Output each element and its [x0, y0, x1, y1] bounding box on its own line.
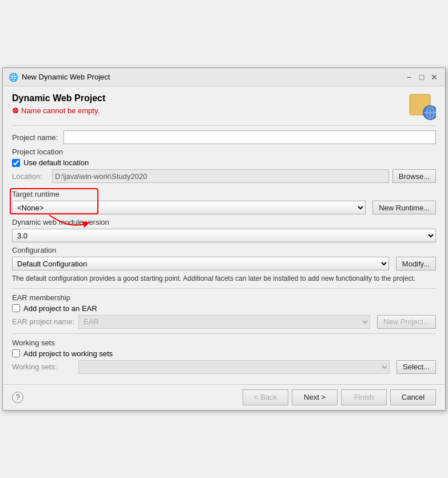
use-default-location-text[interactable]: Use default location — [23, 158, 89, 167]
close-button[interactable]: ✕ — [429, 72, 439, 82]
target-runtime-section: Target runtime <None> New Runtime... — [12, 186, 436, 214]
error-icon: ⊗ — [12, 106, 19, 115]
add-to-ear-row: Add project to an EAR — [12, 304, 436, 313]
configuration-row: Default Configuration Modify... — [12, 257, 436, 270]
title-bar-text: New Dynamic Web Project — [22, 73, 110, 81]
header-divider — [12, 125, 436, 126]
title-bar: 🌐 New Dynamic Web Project − □ ✕ — [3, 68, 445, 86]
add-to-ear-text[interactable]: Add project to an EAR — [23, 304, 97, 313]
finish-button[interactable]: Finish — [341, 389, 387, 405]
minimize-button[interactable]: − — [404, 72, 414, 82]
use-default-location-checkbox[interactable] — [12, 159, 20, 167]
project-name-input[interactable] — [64, 130, 436, 144]
header-icon — [409, 93, 436, 121]
dynamic-web-module-dropdown[interactable]: 3.0 2.5 2.4 2.3 — [12, 229, 436, 242]
working-sets-section: Working sets Add project to working sets… — [12, 338, 436, 374]
ear-membership-section: EAR membership Add project to an EAR EAR… — [12, 293, 436, 329]
select-working-sets-button[interactable]: Select... — [397, 360, 436, 374]
project-name-label: Project name: — [12, 133, 64, 142]
new-project-button[interactable]: New Project... — [377, 315, 436, 329]
dialog-title: Dynamic Web Project — [12, 93, 409, 103]
dialog: 🌐 New Dynamic Web Project − □ ✕ Dynamic … — [2, 67, 446, 411]
location-input[interactable] — [52, 169, 389, 183]
maximize-button[interactable]: □ — [417, 72, 427, 82]
new-runtime-button[interactable]: New Runtime... — [372, 201, 436, 214]
working-sets-separator — [12, 333, 436, 334]
ear-project-name-label: EAR project name: — [12, 317, 75, 326]
add-to-working-sets-text[interactable]: Add project to working sets — [23, 349, 113, 358]
browse-button[interactable]: Browse... — [393, 169, 436, 183]
location-row: Location: Browse... — [12, 169, 436, 183]
title-bar-left: 🌐 New Dynamic Web Project — [9, 73, 110, 82]
configuration-label: Configuration — [12, 246, 436, 254]
bottom-buttons: < Back Next > Finish Cancel — [243, 389, 436, 405]
target-runtime-dropdown[interactable]: <None> — [12, 201, 366, 214]
project-name-row: Project name: — [12, 130, 436, 144]
title-bar-controls: − □ ✕ — [404, 72, 439, 82]
target-runtime-label: Target runtime — [12, 190, 60, 198]
header-info: Dynamic Web Project ⊗ Name cannot be emp… — [12, 93, 409, 115]
project-location-label: Project location — [12, 148, 436, 156]
dynamic-web-module-row: 3.0 2.5 2.4 2.3 — [12, 229, 436, 242]
bottom-bar: ? < Back Next > Finish Cancel — [3, 384, 445, 410]
dialog-app-icon: 🌐 — [9, 73, 18, 82]
dialog-content: Dynamic Web Project ⊗ Name cannot be emp… — [3, 86, 445, 384]
ear-separator — [12, 288, 436, 289]
configuration-section: Configuration Default Configuration Modi… — [12, 246, 436, 284]
working-sets-field-label: Working sets: — [12, 363, 75, 371]
error-text: Name cannot be empty. — [21, 106, 100, 115]
working-sets-dropdown[interactable] — [78, 360, 390, 374]
add-to-working-sets-row: Add project to working sets — [12, 349, 436, 358]
add-to-ear-checkbox[interactable] — [12, 304, 20, 312]
location-label: Location: — [12, 172, 52, 181]
add-to-working-sets-checkbox[interactable] — [12, 349, 20, 357]
working-sets-row: Working sets: Select... — [12, 360, 436, 374]
modify-button[interactable]: Modify... — [396, 257, 436, 270]
ear-project-dropdown[interactable]: EAR — [78, 315, 370, 329]
dynamic-web-module-section: Dynamic web module version 3.0 2.5 2.4 2… — [12, 218, 436, 242]
next-button[interactable]: Next > — [292, 389, 338, 405]
back-button[interactable]: < Back — [243, 389, 288, 405]
web-project-icon — [409, 93, 436, 121]
ear-membership-label: EAR membership — [12, 293, 436, 302]
use-default-location-row: Use default location — [12, 158, 436, 167]
configuration-dropdown[interactable]: Default Configuration — [12, 257, 389, 270]
project-location-section: Project location Use default location Lo… — [12, 148, 436, 183]
help-button[interactable]: ? — [12, 392, 23, 403]
target-runtime-row: <None> New Runtime... — [12, 201, 436, 214]
cancel-button[interactable]: Cancel — [390, 389, 436, 405]
working-sets-label: Working sets — [12, 338, 436, 347]
dynamic-web-module-label: Dynamic web module version — [12, 218, 436, 226]
configuration-description: The default configuration provides a goo… — [12, 274, 436, 284]
ear-project-row: EAR project name: EAR New Project... — [12, 315, 436, 329]
header-section: Dynamic Web Project ⊗ Name cannot be emp… — [12, 93, 436, 121]
error-line: ⊗ Name cannot be empty. — [12, 106, 409, 115]
